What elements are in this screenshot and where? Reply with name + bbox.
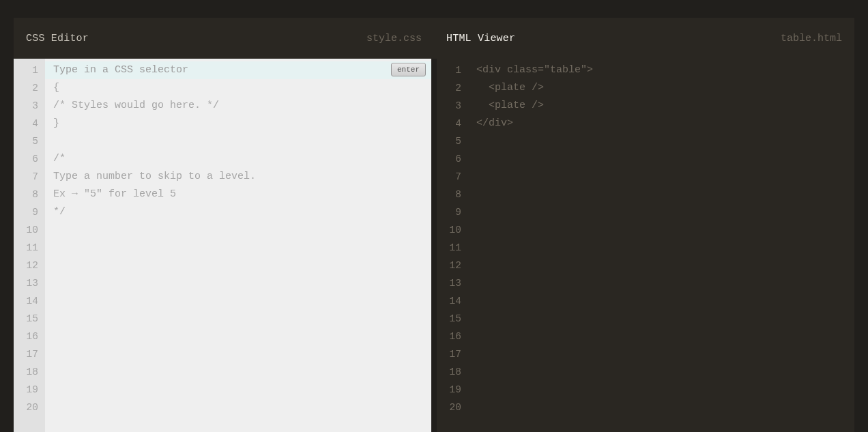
code-line: Type a number to skip to a level. (45, 168, 431, 186)
code-line: <div class="table"> (468, 61, 854, 79)
line-number: 19 (450, 381, 468, 399)
line-number: 7 (455, 168, 468, 186)
html-viewer-filename: table.html (781, 33, 842, 44)
code-line (468, 203, 854, 221)
code-line (468, 239, 854, 257)
line-number: 1 (455, 61, 468, 79)
line-number: 20 (27, 399, 45, 416)
line-number: 15 (27, 310, 45, 328)
line-number: 11 (450, 239, 468, 257)
line-number: 16 (450, 328, 468, 345)
css-editor-header: CSS Editor style.css (14, 18, 434, 59)
css-editor-filename: style.css (366, 33, 422, 44)
line-number: 20 (450, 399, 468, 416)
line-number: 6 (455, 150, 468, 168)
line-number: 12 (27, 257, 45, 274)
line-number: 18 (450, 363, 468, 381)
line-number: 5 (455, 132, 468, 150)
line-number: 14 (450, 292, 468, 310)
line-number: 11 (27, 239, 45, 257)
code-line: /* (45, 150, 431, 168)
line-number: 4 (455, 115, 468, 132)
line-number: 7 (32, 168, 45, 186)
line-number: 4 (32, 115, 45, 132)
line-number: 13 (27, 274, 45, 292)
code-line (468, 221, 854, 239)
code-line: Type in a CSS selector (45, 61, 431, 79)
code-line (45, 274, 431, 292)
code-line (468, 345, 854, 363)
line-number: 12 (450, 257, 468, 274)
line-number: 13 (450, 274, 468, 292)
code-line (45, 310, 431, 328)
line-number: 9 (32, 203, 45, 221)
line-number: 3 (32, 97, 45, 115)
code-line (45, 239, 431, 257)
line-number: 19 (27, 381, 45, 399)
html-gutter: 1234567891011121314151617181920 (437, 59, 468, 432)
line-number: 10 (27, 221, 45, 239)
header-row: CSS Editor style.css HTML Viewer table.h… (14, 18, 854, 59)
code-line (468, 310, 854, 328)
line-number: 6 (32, 150, 45, 168)
code-line (45, 257, 431, 274)
panes: 1234567891011121314151617181920 enter Ty… (14, 59, 854, 432)
code-line (468, 132, 854, 150)
css-editor-pane[interactable]: 1234567891011121314151617181920 enter Ty… (14, 59, 431, 432)
line-number: 16 (27, 328, 45, 345)
code-line (468, 399, 854, 416)
line-number: 3 (455, 97, 468, 115)
css-gutter: 1234567891011121314151617181920 (14, 59, 45, 432)
code-line: </div> (468, 115, 854, 132)
css-editor-title: CSS Editor (26, 33, 89, 44)
line-number: 14 (27, 292, 45, 310)
code-line: { (45, 79, 431, 97)
code-line (468, 274, 854, 292)
code-line (45, 345, 431, 363)
code-line (45, 381, 431, 399)
code-line (45, 363, 431, 381)
workspace: CSS Editor style.css HTML Viewer table.h… (14, 18, 854, 432)
html-viewer-pane: 1234567891011121314151617181920 <div cla… (431, 59, 854, 432)
code-line (468, 150, 854, 168)
enter-button[interactable]: enter (391, 63, 426, 76)
code-line (45, 292, 431, 310)
code-line (468, 363, 854, 381)
code-line (45, 221, 431, 239)
code-line (468, 328, 854, 345)
code-line (468, 381, 854, 399)
html-viewer-title: HTML Viewer (446, 33, 515, 44)
code-line (468, 292, 854, 310)
line-number: 10 (450, 221, 468, 239)
line-number: 17 (27, 345, 45, 363)
line-number: 1 (32, 61, 45, 79)
code-line (45, 328, 431, 345)
html-viewer-header: HTML Viewer table.html (434, 18, 854, 59)
html-code-area: <div class="table"> <plate /> <plate /><… (468, 59, 854, 432)
line-number: 18 (27, 363, 45, 381)
code-line: } (45, 115, 431, 132)
code-line (468, 186, 854, 203)
line-number: 17 (450, 345, 468, 363)
code-line: <plate /> (468, 97, 854, 115)
code-line: /* Styles would go here. */ (45, 97, 431, 115)
line-number: 15 (450, 310, 468, 328)
code-line (468, 257, 854, 274)
code-line (468, 168, 854, 186)
line-number: 9 (455, 203, 468, 221)
code-line (45, 132, 431, 150)
line-number: 8 (455, 186, 468, 203)
line-number: 5 (32, 132, 45, 150)
code-line: Ex → "5" for level 5 (45, 186, 431, 203)
code-line (45, 399, 431, 416)
line-number: 2 (455, 79, 468, 97)
line-number: 8 (32, 186, 45, 203)
line-number: 2 (32, 79, 45, 97)
code-line: */ (45, 203, 431, 221)
css-code-area[interactable]: enter Type in a CSS selector{/* Styles w… (45, 59, 431, 432)
code-line: <plate /> (468, 79, 854, 97)
